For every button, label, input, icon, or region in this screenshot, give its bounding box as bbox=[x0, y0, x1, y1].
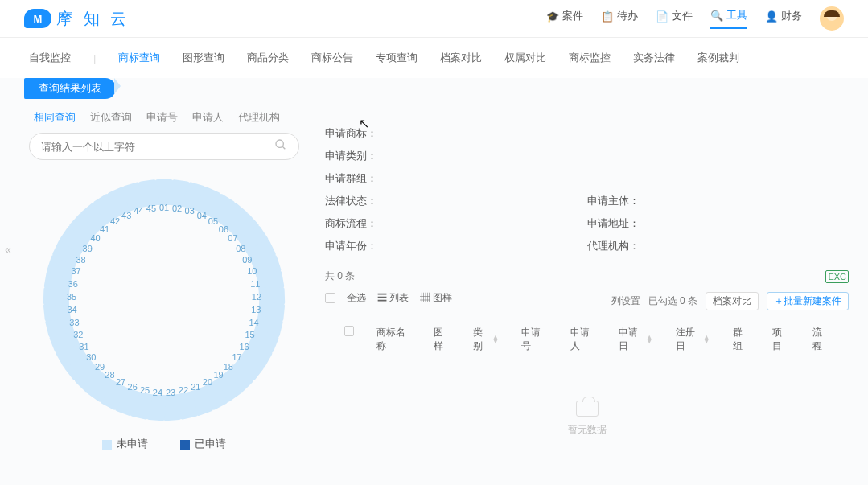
top-nav-4[interactable]: 👤财务 bbox=[765, 9, 802, 28]
info-申请群组: 申请群组： bbox=[325, 171, 587, 186]
search-input[interactable] bbox=[41, 141, 274, 153]
right-panel: 申请商标：申请类别：申请群组：法律状态：申请主体：商标流程：申请地址：申请年份：… bbox=[325, 78, 849, 477]
sort-icon[interactable]: ▲▼ bbox=[646, 335, 653, 343]
subnav-9[interactable]: 实务法律 bbox=[633, 51, 675, 65]
avatar[interactable] bbox=[820, 6, 844, 31]
info-申请年份: 申请年份： bbox=[325, 239, 587, 253]
grid-view-toggle[interactable]: ▦ 图样 bbox=[420, 291, 451, 305]
list-toolbar: 全选 ☰ 列表 ▦ 图样 列设置 已勾选 0 条 档案对比 ＋批量新建案件 bbox=[325, 291, 849, 311]
query-tab-0[interactable]: 相同查询 bbox=[34, 110, 76, 125]
th-1[interactable]: 图样 bbox=[434, 326, 450, 353]
query-tab-3[interactable]: 申请人 bbox=[192, 110, 224, 125]
empty-text: 暂无数据 bbox=[325, 423, 849, 437]
subnav-1[interactable]: 商标查询 bbox=[118, 51, 160, 65]
logo-badge-icon: M bbox=[24, 9, 51, 28]
query-tab-4[interactable]: 代理机构 bbox=[238, 110, 280, 125]
export-excel-icon[interactable]: EXC bbox=[825, 270, 849, 283]
svg-line-1 bbox=[282, 146, 285, 149]
list-view-toggle[interactable]: ☰ 列表 bbox=[377, 291, 409, 305]
th-5[interactable]: 申请日▲▼ bbox=[619, 326, 653, 353]
table-header: 商标名称图样类别▲▼申请号申请人申请日▲▼注册日▲▼群组项目流程 bbox=[325, 319, 849, 360]
info-grid: 申请商标：申请类别：申请群组：法律状态：申请主体：商标流程：申请地址：申请年份：… bbox=[325, 126, 849, 253]
subnav-8[interactable]: 商标监控 bbox=[569, 51, 611, 65]
select-all-label: 全选 bbox=[347, 291, 366, 305]
empty-state: 暂无数据 bbox=[325, 360, 849, 477]
search-icon[interactable] bbox=[274, 138, 287, 154]
subnav-7[interactable]: 权属对比 bbox=[504, 51, 546, 65]
wheel-legend: 未申请 已申请 bbox=[19, 429, 309, 459]
th-7[interactable]: 群组 bbox=[733, 326, 750, 353]
info-法律状态: 法律状态： bbox=[325, 194, 587, 208]
info-商标流程: 商标流程： bbox=[325, 216, 587, 231]
legend-unapplied: 未申请 bbox=[102, 437, 148, 451]
search-box[interactable] bbox=[29, 133, 299, 160]
sort-icon[interactable]: ▲▼ bbox=[492, 335, 499, 343]
th-3[interactable]: 申请号 bbox=[521, 326, 547, 353]
top-nav-2[interactable]: 📄文件 bbox=[656, 9, 693, 28]
info-申请类别: 申请类别： bbox=[325, 149, 587, 163]
info-申请主体: 申请主体： bbox=[587, 194, 849, 208]
column-settings[interactable]: 列设置 bbox=[611, 294, 640, 308]
app-header: M 摩 知 云 🎓案件📋待办📄文件🔍工具👤财务 bbox=[0, 0, 868, 38]
checked-count: 已勾选 0 条 bbox=[648, 294, 697, 308]
total-count: 共 0 条 bbox=[325, 269, 355, 283]
nav-icon: 🔍 bbox=[710, 10, 723, 22]
th-2[interactable]: 类别▲▼ bbox=[473, 326, 499, 353]
th-0[interactable]: 商标名称 bbox=[376, 326, 411, 353]
sort-icon[interactable]: ▲▼ bbox=[703, 335, 710, 343]
subnav-4[interactable]: 商标公告 bbox=[311, 51, 353, 65]
svg-point-0 bbox=[276, 140, 283, 147]
th-4[interactable]: 申请人 bbox=[570, 326, 596, 353]
category-wheel: 0102030405060708091011121314151617181920… bbox=[43, 179, 285, 421]
panel-title-ribbon: 查询结果列表 bbox=[24, 78, 116, 99]
subnav-2[interactable]: 图形查询 bbox=[183, 51, 224, 65]
info-代理机构: 代理机构： bbox=[587, 239, 849, 253]
subnav-6[interactable]: 档案对比 bbox=[440, 51, 482, 65]
logo-text: 摩 知 云 bbox=[56, 8, 130, 30]
sub-nav: 自我监控|商标查询图形查询商品分类商标公告专项查询档案对比权属对比商标监控实务法… bbox=[0, 38, 868, 78]
compare-button[interactable]: 档案对比 bbox=[706, 292, 759, 310]
logo[interactable]: M 摩 知 云 bbox=[24, 8, 130, 30]
info-申请地址: 申请地址： bbox=[587, 216, 849, 231]
th-9[interactable]: 流程 bbox=[812, 326, 829, 353]
subnav-0[interactable]: 自我监控 bbox=[29, 51, 71, 65]
select-all-checkbox[interactable] bbox=[325, 293, 335, 303]
th-8[interactable]: 项目 bbox=[772, 326, 789, 353]
collapse-left-icon[interactable]: « bbox=[5, 243, 11, 256]
result-toolbar: 共 0 条 EXC bbox=[325, 269, 849, 283]
nav-icon: 📄 bbox=[656, 10, 668, 23]
th-6[interactable]: 注册日▲▼ bbox=[676, 326, 710, 353]
info-申请商标: 申请商标： bbox=[325, 126, 587, 141]
top-nav-1[interactable]: 📋待办 bbox=[601, 9, 638, 28]
top-nav: 🎓案件📋待办📄文件🔍工具👤财务 bbox=[546, 6, 844, 31]
subnav-3[interactable]: 商品分类 bbox=[247, 51, 289, 65]
batch-new-button[interactable]: ＋批量新建案件 bbox=[767, 292, 849, 310]
wheel-num-45[interactable]: 45 bbox=[143, 200, 159, 216]
top-nav-3[interactable]: 🔍工具 bbox=[710, 8, 747, 29]
nav-icon: 🎓 bbox=[546, 10, 559, 23]
legend-applied: 已申请 bbox=[180, 437, 226, 451]
subnav-5[interactable]: 专项查询 bbox=[376, 51, 418, 65]
header-checkbox[interactable] bbox=[344, 326, 354, 336]
nav-icon: 👤 bbox=[765, 10, 778, 23]
query-tab-1[interactable]: 近似查询 bbox=[90, 110, 132, 125]
subnav-10[interactable]: 案例裁判 bbox=[697, 51, 739, 65]
query-tabs: 相同查询近似查询申请号申请人代理机构 bbox=[19, 99, 309, 133]
top-nav-0[interactable]: 🎓案件 bbox=[546, 9, 583, 28]
left-panel: 查询结果列表 相同查询近似查询申请号申请人代理机构 01020304050607… bbox=[19, 78, 309, 477]
nav-icon: 📋 bbox=[601, 10, 614, 23]
empty-inbox-icon bbox=[576, 401, 599, 417]
query-tab-2[interactable]: 申请号 bbox=[146, 110, 178, 125]
